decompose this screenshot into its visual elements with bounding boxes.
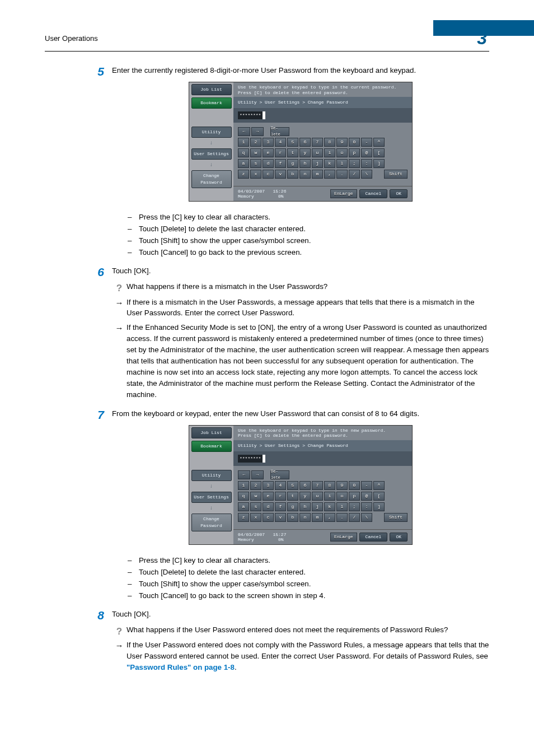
utility-crumb[interactable]: Utility bbox=[191, 470, 232, 481]
keyboard-key[interactable]: 7 bbox=[312, 481, 323, 490]
password-input[interactable]: ******** bbox=[238, 111, 265, 119]
utility-crumb[interactable]: Utility bbox=[191, 127, 232, 138]
keyboard-key[interactable]: \ bbox=[361, 170, 372, 179]
keyboard-key[interactable]: 5 bbox=[287, 481, 298, 490]
left-arrow-key[interactable]: ← bbox=[238, 470, 250, 479]
keyboard-key[interactable]: l bbox=[336, 159, 348, 168]
left-arrow-key[interactable]: ← bbox=[238, 127, 250, 136]
keyboard-key[interactable]: k bbox=[324, 502, 335, 511]
keyboard-key[interactable]: ; bbox=[349, 502, 360, 511]
keyboard-key[interactable]: @ bbox=[361, 492, 372, 501]
keyboard-key[interactable]: w bbox=[250, 148, 261, 157]
keyboard-key[interactable]: k bbox=[324, 159, 335, 168]
keyboard-key[interactable]: p bbox=[349, 148, 360, 157]
keyboard-key[interactable]: v bbox=[275, 170, 286, 179]
keyboard-key[interactable]: u bbox=[312, 148, 323, 157]
changepassword-crumb[interactable]: Change Password bbox=[191, 170, 232, 188]
shift-key[interactable]: Shift bbox=[384, 513, 407, 522]
keyboard-key[interactable]: e bbox=[263, 148, 274, 157]
keyboard-key[interactable]: \ bbox=[361, 513, 372, 522]
keyboard-key[interactable]: v bbox=[275, 513, 286, 522]
keyboard-key[interactable]: 6 bbox=[299, 481, 311, 490]
keyboard-key[interactable]: 3 bbox=[263, 481, 274, 490]
keyboard-key[interactable]: f bbox=[275, 159, 286, 168]
keyboard-key[interactable]: 9 bbox=[336, 138, 348, 147]
keyboard-key[interactable]: ^ bbox=[373, 138, 385, 147]
keyboard-key[interactable]: q bbox=[238, 492, 249, 501]
keyboard-key[interactable]: n bbox=[299, 170, 311, 179]
keyboard-key[interactable]: 0 bbox=[349, 481, 360, 490]
keyboard-key[interactable]: / bbox=[349, 513, 360, 522]
keyboard-key[interactable]: i bbox=[324, 148, 335, 157]
keyboard-key[interactable]: 0 bbox=[349, 138, 360, 147]
keyboard-key[interactable]: t bbox=[287, 148, 298, 157]
bookmark-button[interactable]: Bookmark bbox=[191, 441, 232, 452]
keyboard-key[interactable]: j bbox=[312, 502, 323, 511]
delete-key[interactable]: De- lete bbox=[270, 470, 289, 479]
keyboard-key[interactable]: z bbox=[238, 513, 249, 522]
joblist-button[interactable]: Job List bbox=[191, 84, 232, 95]
keyboard-key[interactable]: 1 bbox=[238, 481, 249, 490]
changepassword-crumb[interactable]: Change Password bbox=[191, 514, 232, 531]
keyboard-key[interactable]: 9 bbox=[336, 481, 348, 490]
right-arrow-key[interactable]: → bbox=[251, 127, 264, 136]
keyboard-key[interactable]: - bbox=[361, 138, 372, 147]
password-rules-link[interactable]: "Password Rules" on page 1-8 bbox=[127, 663, 235, 671]
keyboard-key[interactable]: b bbox=[287, 513, 298, 522]
keyboard-key[interactable]: . bbox=[336, 513, 348, 522]
keyboard-key[interactable]: . bbox=[336, 170, 348, 179]
password-input[interactable]: ******** bbox=[238, 455, 265, 463]
usersettings-crumb[interactable]: User Settings bbox=[191, 492, 232, 503]
keyboard-key[interactable]: [ bbox=[373, 492, 385, 501]
keyboard-key[interactable]: 2 bbox=[250, 481, 261, 490]
usersettings-crumb[interactable]: User Settings bbox=[191, 148, 232, 160]
keyboard-key[interactable]: m bbox=[312, 513, 323, 522]
keyboard-key[interactable]: c bbox=[263, 513, 274, 522]
keyboard-key[interactable]: t bbox=[287, 492, 298, 501]
keyboard-key[interactable]: ] bbox=[373, 502, 385, 511]
cancel-button[interactable]: Cancel bbox=[359, 533, 388, 542]
keyboard-key[interactable]: y bbox=[299, 148, 311, 157]
cancel-button[interactable]: Cancel bbox=[359, 189, 388, 198]
ok-button[interactable]: OK bbox=[390, 189, 407, 198]
delete-key[interactable]: De- lete bbox=[270, 127, 289, 136]
keyboard-key[interactable]: p bbox=[349, 492, 360, 501]
keyboard-key[interactable]: a bbox=[238, 159, 249, 168]
keyboard-key[interactable]: ; bbox=[349, 159, 360, 168]
keyboard-key[interactable]: 4 bbox=[275, 138, 286, 147]
keyboard-key[interactable]: w bbox=[250, 492, 261, 501]
keyboard-key[interactable]: i bbox=[324, 492, 335, 501]
right-arrow-key[interactable]: → bbox=[251, 470, 264, 479]
enlarge-button[interactable]: EnLarge bbox=[330, 533, 357, 542]
keyboard-key[interactable]: j bbox=[312, 159, 323, 168]
keyboard-key[interactable]: s bbox=[250, 502, 261, 511]
keyboard-key[interactable]: d bbox=[263, 159, 274, 168]
keyboard-key[interactable]: 7 bbox=[312, 138, 323, 147]
keyboard-key[interactable]: m bbox=[312, 170, 323, 179]
keyboard-key[interactable]: y bbox=[299, 492, 311, 501]
ok-button[interactable]: OK bbox=[390, 533, 407, 542]
keyboard-key[interactable]: r bbox=[275, 148, 286, 157]
keyboard-key[interactable]: u bbox=[312, 492, 323, 501]
keyboard-key[interactable]: d bbox=[263, 502, 274, 511]
keyboard-key[interactable]: : bbox=[361, 502, 372, 511]
joblist-button[interactable]: Job List bbox=[191, 427, 232, 438]
keyboard-key[interactable]: 1 bbox=[238, 138, 249, 147]
keyboard-key[interactable]: 6 bbox=[299, 138, 311, 147]
keyboard-key[interactable]: l bbox=[336, 502, 348, 511]
keyboard-key[interactable]: b bbox=[287, 170, 298, 179]
keyboard-key[interactable]: / bbox=[349, 170, 360, 179]
keyboard-key[interactable]: e bbox=[263, 492, 274, 501]
keyboard-key[interactable]: 5 bbox=[287, 138, 298, 147]
keyboard-key[interactable]: , bbox=[324, 170, 335, 179]
keyboard-key[interactable]: x bbox=[250, 170, 261, 179]
keyboard-key[interactable]: , bbox=[324, 513, 335, 522]
keyboard-key[interactable]: [ bbox=[373, 148, 385, 157]
keyboard-key[interactable]: r bbox=[275, 492, 286, 501]
keyboard-key[interactable]: o bbox=[336, 148, 348, 157]
keyboard-key[interactable]: ] bbox=[373, 159, 385, 168]
keyboard-key[interactable]: n bbox=[299, 513, 311, 522]
keyboard-key[interactable]: 8 bbox=[324, 138, 335, 147]
keyboard-key[interactable]: : bbox=[361, 159, 372, 168]
enlarge-button[interactable]: EnLarge bbox=[330, 189, 357, 198]
